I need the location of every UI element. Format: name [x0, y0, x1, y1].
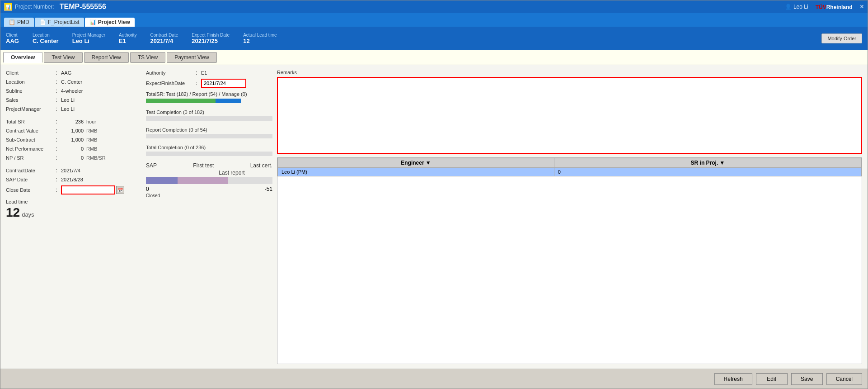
close-icon[interactable]: × [860, 3, 864, 11]
info-bar: Client AAG Location C. Center Project Ma… [0, 27, 868, 50]
engineer-name-cell: Leo Li (PM) [278, 168, 554, 176]
sr-col-dropdown-icon: ▼ [719, 160, 725, 166]
contract-date-field-value: 2021/7/4 [61, 168, 80, 173]
cancel-button[interactable]: Cancel [826, 373, 862, 385]
calendar-icon[interactable]: 📅 [116, 186, 124, 194]
total-sr-bar-green [146, 99, 216, 103]
engineer-col-label: Engineer [401, 160, 424, 166]
contract-date-value: 2021/7/4 [150, 38, 178, 44]
contract-value-num: 1,000 [61, 128, 84, 133]
client-colon: : [56, 70, 61, 76]
sap-date-label: SAP Date [6, 177, 56, 182]
report-completion-bar [146, 134, 272, 138]
close-date-input[interactable] [61, 185, 115, 194]
modify-order-button[interactable]: Modify Order [821, 33, 862, 43]
tab-project-list[interactable]: 📄 F_ProjectList [35, 18, 84, 27]
total-sr-label: Total SR [6, 119, 56, 124]
sr-value-cell: 0 [554, 168, 861, 176]
lead-time-label: Actual Lead time [243, 33, 277, 38]
report-completion-label: Report Completion (0 of 54) [146, 127, 272, 133]
timeline-report-bar [178, 177, 228, 184]
timeline-sap-value: 0 [146, 186, 149, 192]
title-bar: 📊 Project Number: TEMP-555556 👤 Leo Li T… [0, 0, 868, 13]
client-row: Client : AAG [6, 70, 141, 76]
client-value: AAG [6, 38, 19, 44]
test-completion-label: Test Completion (0 of 182) [146, 109, 272, 115]
lead-time-section-label: Lead time [6, 199, 141, 204]
top-tabs-bar: 📋 PMD 📄 F_ProjectList 📊 Project View [0, 13, 868, 27]
sales-colon: : [56, 97, 61, 103]
sub-contract-num: 1,000 [61, 137, 84, 142]
tab-overview[interactable]: Overview [3, 52, 42, 63]
total-completion-bar [146, 152, 272, 156]
footer: Refresh Edit Save Cancel [0, 369, 868, 389]
sr-col-header[interactable]: SR in Proj. ▼ [554, 158, 861, 168]
pm-row: ProjectManager : Leo Li [6, 106, 141, 112]
authority-field-value: E1 [201, 70, 207, 76]
close-date-row: Close Date : 📅 [6, 185, 141, 194]
net-perf-row: Net Performance : 0 RMB [6, 146, 141, 152]
tab-project-view[interactable]: 📊 Project View [85, 18, 135, 27]
authority-row: Authority : E1 [146, 70, 272, 76]
timeline-bar [146, 177, 272, 184]
contract-date-field-label: ContractDate [6, 168, 56, 173]
expect-finish-field-colon: : [196, 80, 201, 86]
engineer-col-header[interactable]: Engineer ▼ [278, 158, 554, 168]
test-completion-section: Test Completion (0 of 182) [146, 109, 272, 121]
tab-test-view[interactable]: Test View [44, 52, 82, 63]
tab-ts-view[interactable]: TS View [130, 52, 165, 63]
timeline-sap-bar [146, 177, 178, 184]
timeline-values: 0 -51 [146, 186, 272, 192]
project-number-label: Project Number: [15, 4, 54, 10]
total-sr-colon: : [56, 119, 61, 125]
pm-field-label: ProjectManager [6, 106, 56, 112]
tab-pmd[interactable]: 📋 PMD [4, 18, 34, 27]
remarks-box[interactable] [277, 77, 862, 154]
last-cert-label: Last cert. [250, 162, 272, 169]
tab-payment-view[interactable]: Payment View [167, 52, 216, 63]
np-sr-num: 0 [61, 155, 84, 161]
expect-finish-value: 2021/7/25 [192, 38, 230, 44]
location-row: Location : C. Center [6, 79, 141, 85]
client-info: Client AAG [6, 33, 19, 44]
close-date-colon: : [56, 187, 61, 193]
location-field-label: Location [6, 79, 56, 85]
expect-finish-input[interactable] [201, 79, 246, 88]
subline-row: Subline : 4-wheeler [6, 88, 141, 94]
refresh-button[interactable]: Refresh [714, 373, 752, 385]
edit-button[interactable]: Edit [756, 373, 788, 385]
sub-contract-row: Sub-Contract : 1,000 RMB [6, 137, 141, 143]
total-sr-section: TotalSR: Test (182) / Report (54) / Mana… [146, 91, 272, 103]
view-tabs-bar: Overview Test View Report View TS View P… [0, 50, 868, 65]
close-date-label: Close Date [6, 187, 56, 193]
pm-colon: : [56, 106, 61, 112]
contract-value-unit: RMB [86, 128, 97, 133]
sub-contract-unit: RMB [86, 137, 97, 142]
table-row[interactable]: Leo Li (PM) 0 [278, 168, 862, 176]
subline-field-label: Subline [6, 88, 56, 94]
contract-value-label: Contract Value [6, 128, 56, 133]
closed-label: Closed [146, 193, 272, 198]
contract-date-field-colon: : [56, 167, 61, 174]
sub-contract-colon: : [56, 137, 61, 143]
lead-time-unit: days [22, 211, 34, 218]
lead-time-value: 12 [243, 38, 277, 44]
authority-value: E1 [119, 38, 136, 44]
save-button[interactable]: Save [791, 373, 823, 385]
np-sr-label: NP / SR [6, 155, 56, 161]
authority-field-label: Authority [146, 70, 196, 76]
timeline-last-report-label: Last report [191, 170, 272, 176]
contract-value-row: Contract Value : 1,000 RMB [6, 128, 141, 134]
subline-field-value: 4-wheeler [61, 88, 83, 94]
user-name: Leo Li [793, 4, 808, 10]
pm-field-value: Leo Li [61, 106, 75, 112]
client-field-label: Client [6, 70, 56, 76]
project-view-label: Project View [98, 19, 130, 25]
tab-report-view[interactable]: Report View [84, 52, 129, 63]
total-completion-section: Total Completion (0 of 236) [146, 145, 272, 156]
sap-label: SAP [146, 162, 157, 169]
info-bar-items: Client AAG Location C. Center Project Ma… [6, 33, 277, 44]
left-panel: Client : AAG Location : C. Center Sublin… [6, 70, 141, 364]
location-value: C. Center [33, 38, 59, 44]
lead-time-section: Lead time 12 days [6, 199, 141, 220]
